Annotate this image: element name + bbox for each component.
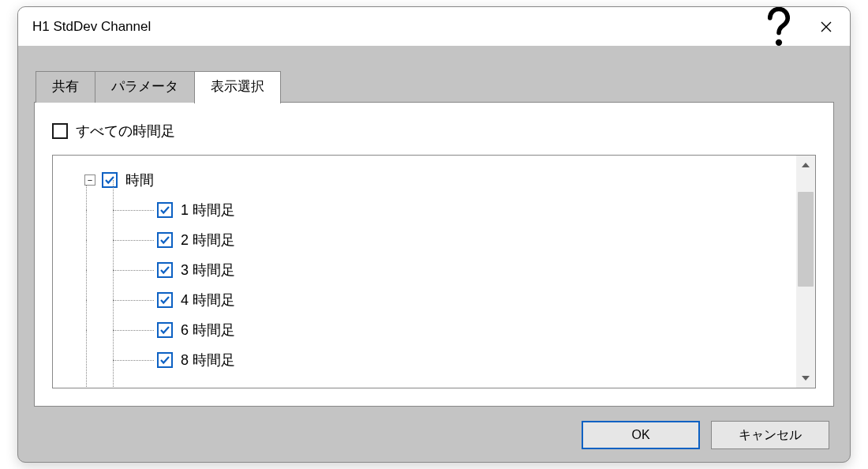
tree-connector — [72, 165, 84, 195]
tree-item-label: 1 時間足 — [181, 203, 235, 217]
tree-connector — [113, 195, 157, 225]
tree-item-label: 2 時間足 — [181, 233, 235, 247]
tree-connector — [113, 345, 157, 375]
tree-connector — [86, 330, 87, 388]
tree-item: 8 時間足 — [113, 345, 809, 375]
scroll-up-button[interactable] — [796, 156, 815, 174]
tree-item-checkbox[interactable] — [157, 292, 173, 308]
dialog-window: H1 StdDev Channel 共有 パラメータ 表示選択 すべての時間足 — [17, 6, 851, 463]
check-icon — [159, 355, 170, 366]
tree-item-checkbox[interactable] — [157, 202, 173, 218]
tree-item-checkbox[interactable] — [157, 262, 173, 278]
scroll-down-button[interactable] — [796, 369, 815, 388]
tree-item: 6 時間足 — [113, 315, 809, 345]
expand-collapse-button[interactable]: − — [84, 174, 95, 186]
tab-bar: 共有 パラメータ 表示選択 — [34, 70, 834, 103]
chevron-up-icon — [802, 163, 810, 167]
scrollbar[interactable] — [796, 156, 815, 388]
tab-panel: すべての時間足 − 時間 — [34, 102, 834, 407]
all-timeframes-row: すべての時間足 — [52, 122, 816, 141]
ok-button[interactable]: OK — [582, 421, 700, 449]
tree-parent-row: − 時間 — [72, 165, 809, 195]
tab-share[interactable]: 共有 — [36, 71, 95, 103]
check-icon — [159, 265, 170, 276]
tree-connector — [113, 315, 157, 345]
tree-item-label: 4 時間足 — [181, 293, 235, 307]
cancel-button[interactable]: キャンセル — [711, 421, 829, 449]
dialog-body: 共有 パラメータ 表示選択 すべての時間足 − — [18, 47, 850, 462]
help-icon — [755, 6, 803, 51]
close-button[interactable] — [803, 7, 850, 47]
tree-item-label: 8 時間足 — [181, 353, 235, 367]
tree-item: 1 時間足 — [113, 195, 809, 225]
timeframe-tree: − 時間 1 時間足 — [53, 156, 815, 381]
check-icon — [159, 295, 170, 306]
scrollbar-thumb[interactable] — [798, 192, 814, 287]
tree-connector — [113, 255, 157, 285]
tab-parameters[interactable]: パラメータ — [95, 71, 195, 103]
all-timeframes-label: すべての時間足 — [76, 122, 175, 141]
tree-item-checkbox[interactable] — [157, 322, 173, 338]
tab-display-select[interactable]: 表示選択 — [194, 71, 281, 103]
window-title: H1 StdDev Channel — [32, 19, 755, 35]
tree-item-checkbox[interactable] — [157, 232, 173, 248]
tree-parent-label: 時間 — [125, 173, 154, 187]
check-icon — [159, 204, 170, 216]
tree-item: 3 時間足 — [113, 255, 809, 285]
chevron-down-icon — [802, 376, 810, 381]
tree-parent-checkbox[interactable] — [102, 172, 118, 188]
tree-item-label: 6 時間足 — [181, 323, 235, 337]
tree-item-checkbox[interactable] — [157, 352, 173, 368]
svg-point-0 — [776, 39, 782, 45]
dialog-footer: OK キャンセル — [34, 407, 834, 449]
help-button[interactable] — [755, 7, 803, 47]
tree-item: 2 時間足 — [113, 225, 809, 255]
scrollbar-track[interactable] — [796, 174, 815, 369]
tree-connector — [113, 285, 157, 315]
tree-item: 4 時間足 — [113, 285, 809, 315]
check-icon — [159, 325, 170, 336]
tree-connector — [113, 225, 157, 255]
all-timeframes-checkbox[interactable] — [52, 123, 68, 139]
tree-item-label: 3 時間足 — [181, 263, 235, 277]
check-icon — [159, 234, 170, 246]
close-icon — [820, 21, 832, 33]
timeframe-tree-container: − 時間 1 時間足 — [52, 155, 816, 388]
titlebar: H1 StdDev Channel — [18, 7, 850, 47]
